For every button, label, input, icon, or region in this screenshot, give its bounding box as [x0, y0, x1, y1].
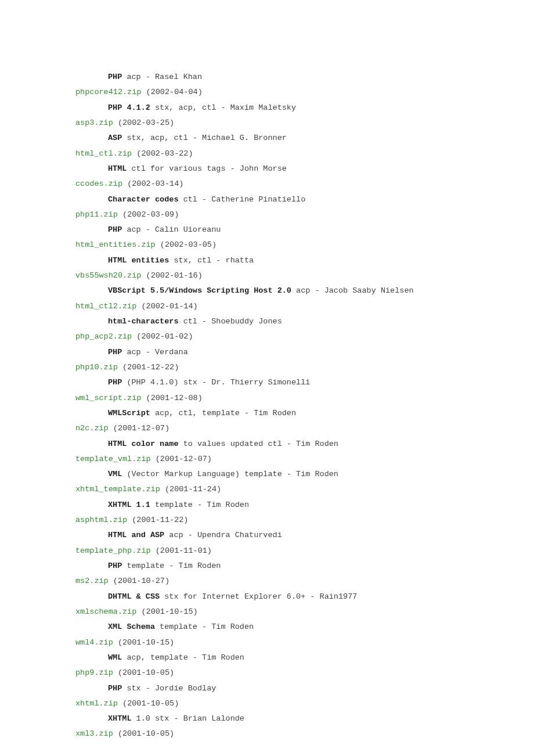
- list-item: html_ctl2.zip (2002-01-14): [75, 299, 464, 314]
- entry-title: VBScript 5.5/Windows Scripting Host 2.0: [108, 286, 291, 295]
- file-date: (2001-12-08): [146, 394, 203, 402]
- list-item-desc: XHTML 1.0 stx - Brian Lalonde: [75, 711, 464, 726]
- entry-title: DHTML & CSS: [108, 592, 160, 601]
- file-date: (2001-12-07): [113, 424, 169, 433]
- entry-title: HTML color name: [108, 440, 179, 448]
- file-date: (2001-10-15): [118, 638, 174, 647]
- list-item: template_vml.zip (2001-12-07): [75, 452, 464, 467]
- list-item-desc: XHTML 1.1 template - Tim Roden: [75, 498, 464, 513]
- file-date: (2002-03-14): [127, 179, 183, 188]
- entry-meta: acp, ctl, template - Tim Roden: [150, 409, 296, 417]
- file-list: PHP acp - Rasel Khanphpcore412.zip (2002…: [75, 70, 464, 742]
- file-date: (2002-03-05): [160, 240, 217, 249]
- file-date: (2002-01-02): [136, 332, 193, 341]
- entry-meta: (PHP 4.1.0) stx - Dr. Thierry Simonelli: [122, 378, 310, 387]
- file-date: (2002-03-22): [136, 149, 193, 158]
- entry-meta: stx - Jordie Bodlay: [122, 684, 216, 693]
- entry-title: VML: [108, 470, 122, 478]
- entry-meta: acp - Jacob Saaby Nielsen: [291, 286, 414, 295]
- file-date: (2001-10-27): [113, 577, 169, 585]
- list-item-desc: HTML entities stx, ctl - rhatta: [75, 253, 464, 268]
- file-link[interactable]: html_ctl2.zip: [75, 302, 136, 311]
- list-item-desc: WML acp, template - Tim Roden: [75, 650, 464, 665]
- file-date: (2001-10-05): [118, 729, 174, 738]
- entry-title: WML: [108, 653, 122, 662]
- file-link[interactable]: xml3.zip: [75, 729, 113, 738]
- file-link[interactable]: php_acp2.zip: [75, 332, 132, 341]
- entry-meta: (Vector Markup Language) template - Tim …: [122, 470, 338, 478]
- entry-meta: stx, acp, ctl - Michael G. Bronner: [122, 134, 287, 142]
- entry-meta: ctl for various tags - John Morse: [127, 164, 286, 173]
- file-link[interactable]: php11.zip: [75, 210, 118, 219]
- list-item: template_php.zip (2001-11-01): [75, 543, 464, 559]
- entry-meta: stx, acp, ctl - Maxim Maletsky: [150, 103, 296, 112]
- file-link[interactable]: html_ctl.zip: [75, 149, 132, 158]
- file-link[interactable]: ccodes.zip: [75, 179, 122, 188]
- entry-meta: template - Tim Roden: [155, 622, 254, 631]
- entry-title: PHP: [108, 561, 122, 570]
- entry-meta: 1.0 stx - Brian Lalonde: [132, 714, 244, 723]
- list-item-desc: html-characters ctl - Shoebuddy Jones: [75, 314, 464, 329]
- entry-meta: template - Tim Roden: [150, 501, 249, 509]
- file-link[interactable]: n2c.zip: [75, 424, 109, 433]
- entry-meta: acp - Calin Uioreanu: [122, 225, 221, 234]
- file-date: (2002-01-14): [141, 302, 197, 311]
- file-date: (2002-03-25): [118, 118, 174, 127]
- list-item: php9.zip (2001-10-05): [75, 665, 464, 681]
- list-item-desc: ASP stx, acp, ctl - Michael G. Bronner: [75, 131, 464, 146]
- file-link[interactable]: asp3.zip: [75, 118, 113, 127]
- entry-meta: to values updated ctl - Tim Roden: [179, 440, 338, 448]
- file-date: (2002-01-16): [146, 271, 203, 280]
- entry-title: PHP 4.1.2: [108, 103, 150, 112]
- entry-title: PHP: [108, 225, 122, 234]
- file-date: (2001-11-22): [132, 516, 188, 524]
- file-link[interactable]: wml4.zip: [75, 638, 113, 647]
- entry-title: PHP: [108, 378, 122, 387]
- list-item: wml_script.zip (2001-12-08): [75, 391, 464, 406]
- list-item-desc: PHP (PHP 4.1.0) stx - Dr. Thierry Simone…: [75, 375, 464, 390]
- file-link[interactable]: html_entities.zip: [75, 240, 156, 249]
- list-item-desc: DHTML & CSS stx for Internet Explorer 6.…: [75, 589, 464, 604]
- entry-meta: ctl - Catherine Pinatiello: [179, 195, 306, 204]
- file-link[interactable]: wml_script.zip: [75, 394, 141, 402]
- entry-meta: acp - Upendra Chaturvedi: [164, 531, 282, 539]
- file-link[interactable]: php10.zip: [75, 363, 118, 372]
- list-item-desc: Character codes ctl - Catherine Pinatiel…: [75, 192, 464, 207]
- list-item-desc: VML (Vector Markup Language) template - …: [75, 467, 464, 482]
- file-link[interactable]: vbs55wsh20.zip: [75, 271, 141, 280]
- file-date: (2001-11-01): [156, 546, 212, 555]
- entry-title: XHTML 1.1: [108, 501, 150, 509]
- list-item: php10.zip (2001-12-22): [75, 360, 464, 375]
- list-item-desc: WMLScript acp, ctl, template - Tim Roden: [75, 406, 464, 421]
- file-link[interactable]: template_vml.zip: [75, 455, 151, 463]
- list-item: xml3.zip (2001-10-05): [75, 726, 464, 741]
- entry-title: XHTML: [108, 714, 132, 723]
- file-link[interactable]: asphtml.zip: [75, 516, 127, 524]
- list-item: ms2.zip (2001-10-27): [75, 574, 464, 589]
- entry-title: PHP: [108, 684, 122, 693]
- list-item-desc: HTML color name to values updated ctl - …: [75, 437, 464, 452]
- entry-title: PHP: [108, 348, 122, 357]
- file-date: (2001-11-24): [165, 485, 221, 494]
- list-item: vbs55wsh20.zip (2002-01-16): [75, 268, 464, 283]
- entry-meta: ctl - Shoebuddy Jones: [179, 317, 282, 326]
- file-link[interactable]: template_php.zip: [75, 546, 151, 555]
- file-link[interactable]: php9.zip: [75, 668, 113, 677]
- file-date: (2001-10-15): [141, 607, 197, 616]
- file-link[interactable]: xhtml_template.zip: [75, 485, 160, 494]
- entry-title: WMLScript: [108, 409, 150, 417]
- file-link[interactable]: ms2.zip: [75, 577, 109, 585]
- list-item: asphtml.zip (2001-11-22): [75, 513, 464, 528]
- file-link[interactable]: xhtml.zip: [75, 699, 118, 708]
- list-item: php_acp2.zip (2002-01-02): [75, 329, 464, 344]
- entry-title: Character codes: [108, 195, 179, 204]
- entry-title: HTML and ASP: [108, 531, 164, 539]
- list-item-desc: PHP acp - Verdana: [75, 345, 464, 360]
- entry-title: HTML: [108, 164, 127, 173]
- list-item: ccodes.zip (2002-03-14): [75, 177, 464, 192]
- list-item-desc: XML Schema template - Tim Roden: [75, 620, 464, 635]
- list-item: phpcore412.zip (2002-04-04): [75, 85, 464, 100]
- file-link[interactable]: xmlschema.zip: [75, 607, 136, 616]
- file-link[interactable]: phpcore412.zip: [75, 88, 141, 96]
- list-item-desc: PHP stx - Jordie Bodlay: [75, 681, 464, 696]
